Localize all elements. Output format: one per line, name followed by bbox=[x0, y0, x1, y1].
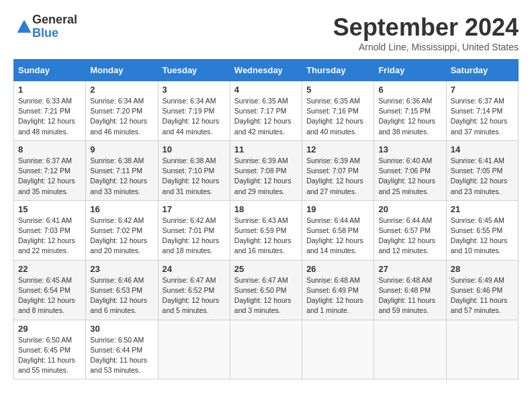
day-info: Sunrise: 6:48 AMSunset: 6:48 PMDaylight:… bbox=[378, 275, 441, 316]
calendar-cell-14: 14Sunrise: 6:41 AMSunset: 7:05 PMDayligh… bbox=[446, 140, 518, 200]
day-info: Sunrise: 6:42 AMSunset: 7:01 PMDaylight:… bbox=[163, 216, 226, 257]
day-info: Sunrise: 6:39 AMSunset: 7:07 PMDaylight:… bbox=[306, 156, 369, 197]
calendar-row-4: 22Sunrise: 6:45 AMSunset: 6:54 PMDayligh… bbox=[14, 260, 519, 320]
day-number: 17 bbox=[163, 204, 226, 214]
day-info: Sunrise: 6:47 AMSunset: 6:50 PMDaylight:… bbox=[234, 275, 298, 316]
day-info: Sunrise: 6:47 AMSunset: 6:52 PMDaylight:… bbox=[163, 275, 226, 316]
calendar-cell-10: 10Sunrise: 6:38 AMSunset: 7:10 PMDayligh… bbox=[158, 140, 230, 200]
day-info: Sunrise: 6:49 AMSunset: 6:46 PMDaylight:… bbox=[451, 275, 514, 316]
calendar-cell-16: 16Sunrise: 6:42 AMSunset: 7:02 PMDayligh… bbox=[86, 200, 158, 260]
calendar-row-5: 29Sunrise: 6:50 AMSunset: 6:45 PMDayligh… bbox=[14, 320, 519, 379]
calendar-cell-23: 23Sunrise: 6:46 AMSunset: 6:53 PMDayligh… bbox=[86, 260, 158, 320]
day-number: 16 bbox=[90, 204, 153, 214]
calendar-row-2: 8Sunrise: 6:37 AMSunset: 7:12 PMDaylight… bbox=[14, 140, 519, 200]
day-info: Sunrise: 6:34 AMSunset: 7:20 PMDaylight:… bbox=[90, 96, 153, 137]
day-info: Sunrise: 6:33 AMSunset: 7:21 PMDaylight:… bbox=[18, 96, 81, 137]
day-number: 13 bbox=[378, 144, 441, 154]
day-info: Sunrise: 6:48 AMSunset: 6:49 PMDaylight:… bbox=[306, 275, 369, 316]
calendar-cell-4: 4Sunrise: 6:35 AMSunset: 7:17 PMDaylight… bbox=[230, 81, 302, 141]
col-monday: Monday bbox=[86, 60, 158, 81]
col-wednesday: Wednesday bbox=[230, 60, 302, 81]
calendar-cell-17: 17Sunrise: 6:42 AMSunset: 7:01 PMDayligh… bbox=[158, 200, 230, 260]
calendar-cell-3: 3Sunrise: 6:34 AMSunset: 7:19 PMDaylight… bbox=[158, 81, 230, 141]
day-number: 29 bbox=[18, 324, 81, 334]
day-info: Sunrise: 6:50 AMSunset: 6:44 PMDaylight:… bbox=[90, 335, 153, 376]
day-info: Sunrise: 6:41 AMSunset: 7:03 PMDaylight:… bbox=[18, 216, 81, 257]
day-number: 14 bbox=[451, 144, 514, 154]
day-number: 6 bbox=[378, 85, 441, 95]
calendar-cell-2: 2Sunrise: 6:34 AMSunset: 7:20 PMDaylight… bbox=[86, 81, 158, 141]
day-number: 23 bbox=[90, 264, 153, 274]
logo-text: General Blue bbox=[32, 13, 77, 40]
col-tuesday: Tuesday bbox=[158, 60, 230, 81]
day-number: 27 bbox=[378, 264, 441, 274]
calendar-cell-empty bbox=[374, 320, 446, 379]
calendar-row-3: 15Sunrise: 6:41 AMSunset: 7:03 PMDayligh… bbox=[14, 200, 519, 260]
day-info: Sunrise: 6:36 AMSunset: 7:15 PMDaylight:… bbox=[378, 96, 441, 137]
title-area: September 2024 Arnold Line, Mississippi,… bbox=[333, 13, 519, 52]
col-friday: Friday bbox=[374, 60, 446, 81]
day-info: Sunrise: 6:42 AMSunset: 7:02 PMDaylight:… bbox=[90, 216, 153, 257]
col-thursday: Thursday bbox=[302, 60, 374, 81]
calendar-row-1: 1Sunrise: 6:33 AMSunset: 7:21 PMDaylight… bbox=[14, 81, 519, 141]
day-info: Sunrise: 6:37 AMSunset: 7:12 PMDaylight:… bbox=[18, 156, 81, 197]
calendar-cell-1: 1Sunrise: 6:33 AMSunset: 7:21 PMDaylight… bbox=[14, 81, 86, 141]
day-number: 10 bbox=[163, 144, 226, 154]
calendar-cell-21: 21Sunrise: 6:45 AMSunset: 6:55 PMDayligh… bbox=[446, 200, 518, 260]
day-number: 25 bbox=[234, 264, 298, 274]
day-number: 12 bbox=[306, 144, 369, 154]
day-number: 26 bbox=[306, 264, 369, 274]
day-number: 1 bbox=[18, 85, 81, 95]
day-info: Sunrise: 6:44 AMSunset: 6:57 PMDaylight:… bbox=[378, 216, 441, 257]
month-title: September 2024 bbox=[333, 13, 519, 42]
day-number: 18 bbox=[234, 204, 298, 214]
logo: General Blue bbox=[13, 13, 77, 40]
day-number: 2 bbox=[90, 85, 153, 95]
calendar-cell-9: 9Sunrise: 6:38 AMSunset: 7:11 PMDaylight… bbox=[86, 140, 158, 200]
day-info: Sunrise: 6:39 AMSunset: 7:08 PMDaylight:… bbox=[234, 156, 298, 197]
day-number: 11 bbox=[234, 144, 298, 154]
day-info: Sunrise: 6:50 AMSunset: 6:45 PMDaylight:… bbox=[18, 335, 81, 376]
page-header: General Blue September 2024 Arnold Line,… bbox=[13, 13, 519, 52]
day-number: 8 bbox=[18, 144, 81, 154]
calendar-cell-7: 7Sunrise: 6:37 AMSunset: 7:14 PMDaylight… bbox=[446, 81, 518, 141]
calendar-cell-18: 18Sunrise: 6:43 AMSunset: 6:59 PMDayligh… bbox=[230, 200, 302, 260]
calendar-cell-29: 29Sunrise: 6:50 AMSunset: 6:45 PMDayligh… bbox=[14, 320, 86, 379]
day-info: Sunrise: 6:38 AMSunset: 7:10 PMDaylight:… bbox=[163, 156, 226, 197]
calendar-cell-empty bbox=[158, 320, 230, 379]
day-number: 5 bbox=[306, 85, 369, 95]
calendar-cell-24: 24Sunrise: 6:47 AMSunset: 6:52 PMDayligh… bbox=[158, 260, 230, 320]
calendar-cell-19: 19Sunrise: 6:44 AMSunset: 6:58 PMDayligh… bbox=[302, 200, 374, 260]
location: Arnold Line, Mississippi, United States bbox=[333, 42, 519, 52]
day-info: Sunrise: 6:45 AMSunset: 6:54 PMDaylight:… bbox=[18, 275, 81, 316]
calendar-cell-12: 12Sunrise: 6:39 AMSunset: 7:07 PMDayligh… bbox=[302, 140, 374, 200]
calendar-cell-empty bbox=[302, 320, 374, 379]
svg-marker-0 bbox=[17, 19, 32, 32]
col-saturday: Saturday bbox=[446, 60, 518, 81]
logo-blue: Blue bbox=[32, 27, 77, 40]
day-info: Sunrise: 6:38 AMSunset: 7:11 PMDaylight:… bbox=[90, 156, 153, 197]
calendar-table: Sunday Monday Tuesday Wednesday Thursday… bbox=[13, 59, 519, 379]
calendar-cell-11: 11Sunrise: 6:39 AMSunset: 7:08 PMDayligh… bbox=[230, 140, 302, 200]
logo-general: General bbox=[32, 13, 77, 27]
calendar-cell-20: 20Sunrise: 6:44 AMSunset: 6:57 PMDayligh… bbox=[374, 200, 446, 260]
day-info: Sunrise: 6:34 AMSunset: 7:19 PMDaylight:… bbox=[163, 96, 226, 137]
logo-icon bbox=[16, 19, 32, 35]
calendar-cell-15: 15Sunrise: 6:41 AMSunset: 7:03 PMDayligh… bbox=[14, 200, 86, 260]
day-number: 19 bbox=[306, 204, 369, 214]
day-number: 28 bbox=[451, 264, 514, 274]
day-number: 4 bbox=[234, 85, 298, 95]
calendar-cell-22: 22Sunrise: 6:45 AMSunset: 6:54 PMDayligh… bbox=[14, 260, 86, 320]
day-info: Sunrise: 6:40 AMSunset: 7:06 PMDaylight:… bbox=[378, 156, 441, 197]
day-number: 9 bbox=[90, 144, 153, 154]
day-info: Sunrise: 6:43 AMSunset: 6:59 PMDaylight:… bbox=[234, 216, 298, 257]
day-info: Sunrise: 6:37 AMSunset: 7:14 PMDaylight:… bbox=[451, 96, 514, 137]
day-info: Sunrise: 6:41 AMSunset: 7:05 PMDaylight:… bbox=[451, 156, 514, 197]
calendar-cell-30: 30Sunrise: 6:50 AMSunset: 6:44 PMDayligh… bbox=[86, 320, 158, 379]
calendar-cell-empty bbox=[446, 320, 518, 379]
calendar-cell-13: 13Sunrise: 6:40 AMSunset: 7:06 PMDayligh… bbox=[374, 140, 446, 200]
col-sunday: Sunday bbox=[14, 60, 86, 81]
day-number: 24 bbox=[163, 264, 226, 274]
calendar-cell-25: 25Sunrise: 6:47 AMSunset: 6:50 PMDayligh… bbox=[230, 260, 302, 320]
day-number: 15 bbox=[18, 204, 81, 214]
